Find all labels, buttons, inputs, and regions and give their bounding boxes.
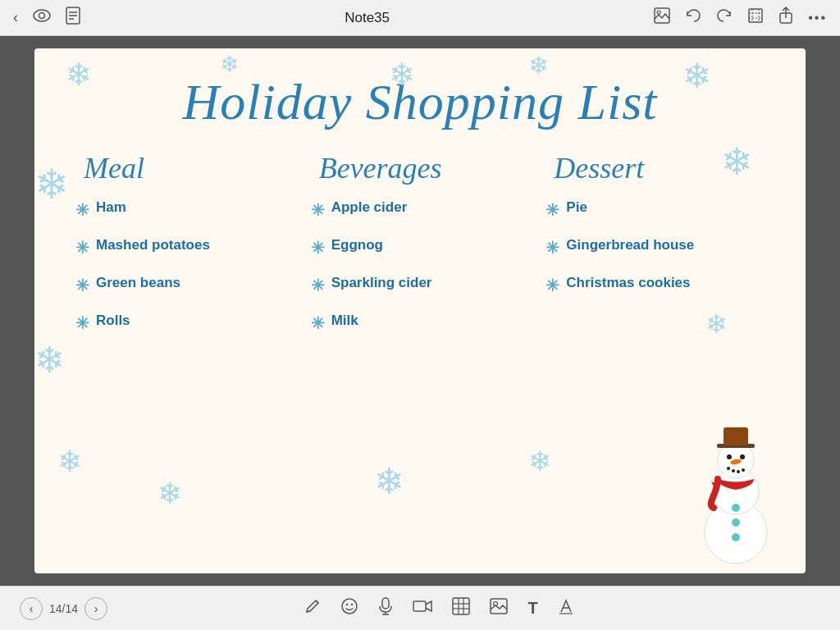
beverages-column: Beverages ✳ Apple cider ✳ Eggnog ✳ Spark…: [303, 151, 538, 349]
image-icon[interactable]: [490, 598, 508, 619]
svg-point-32: [342, 599, 357, 614]
snowflake-decor: ❄: [158, 479, 182, 509]
bullet-icon: ✳: [311, 313, 325, 333]
list-item: ✳ Ham: [75, 199, 294, 220]
list-item: ✳ Rolls: [75, 312, 294, 333]
more-icon[interactable]: •••: [808, 11, 827, 25]
svg-rect-35: [382, 598, 389, 609]
toolbar-title: Note35: [345, 10, 390, 26]
text-icon[interactable]: T: [527, 599, 537, 618]
canvas-area: ❄ ❄ ❄ ❄ ❄ ❄ ❄ ❄ ❄ ❄ ❄ ❄ ❄ Holiday Shoppi…: [0, 36, 840, 586]
beverages-header: Beverages: [319, 151, 530, 185]
microphone-icon[interactable]: [378, 597, 393, 619]
item-label: Sparkling cider: [331, 274, 432, 292]
bottom-tools: T: [304, 597, 573, 619]
toolbar-right: •••: [654, 7, 827, 29]
toolbar-left: ‹: [13, 7, 80, 29]
bullet-icon: ✳: [75, 313, 89, 333]
share-icon[interactable]: [778, 7, 793, 29]
list-item: ✳ Christmas cookies: [546, 274, 765, 295]
undo-icon[interactable]: [685, 8, 701, 27]
svg-point-0: [34, 10, 50, 21]
meal-header: Meal: [84, 151, 294, 185]
bullet-icon: ✳: [546, 276, 559, 295]
svg-point-26: [742, 468, 745, 472]
bullet-icon: ✳: [546, 238, 559, 258]
list-item: ✳ Eggnog: [311, 236, 530, 258]
bullet-icon: ✳: [75, 276, 89, 295]
bullet-icon: ✳: [311, 238, 325, 258]
video-icon[interactable]: [413, 599, 432, 618]
item-label: Milk: [331, 312, 358, 330]
svg-rect-8: [749, 9, 762, 22]
doc-icon[interactable]: [66, 7, 80, 29]
dessert-column: Dessert ✳ Pie ✳ Gingerbread house ✳ Chri…: [537, 151, 773, 349]
item-label: Rolls: [96, 312, 130, 330]
item-label: Gingerbread house: [566, 236, 694, 254]
emoji-icon[interactable]: [340, 597, 358, 619]
list-item: ✳ Milk: [311, 312, 530, 333]
dessert-header: Dessert: [554, 151, 765, 185]
snowflake-decor: ❄: [34, 164, 69, 205]
bullet-icon: ✳: [311, 200, 325, 220]
sign-icon[interactable]: [558, 597, 574, 619]
svg-point-24: [732, 469, 735, 472]
crop-icon[interactable]: [747, 7, 764, 28]
pencil-icon[interactable]: [304, 598, 321, 619]
svg-point-33: [346, 604, 348, 605]
svg-point-23: [727, 467, 730, 470]
svg-point-1: [39, 13, 45, 19]
bottom-toolbar: ‹ 14/14 ›: [0, 586, 840, 630]
list-item: ✳ Gingerbread house: [546, 236, 765, 258]
list-item: ✳ Green beans: [75, 274, 294, 295]
page-navigation: ‹ 14/14 ›: [20, 597, 107, 620]
note-title: Holiday Shopping List: [67, 73, 773, 131]
bullet-icon: ✳: [75, 200, 89, 220]
back-icon[interactable]: ‹: [13, 9, 18, 26]
snowflake-decor: ❄: [57, 447, 82, 477]
svg-rect-38: [413, 601, 426, 611]
item-label: Apple cider: [331, 199, 408, 217]
svg-point-34: [351, 604, 353, 605]
svg-point-28: [732, 518, 740, 527]
columns-container: Meal ✳ Ham ✳ Mashed potatoes ✳ Green bea…: [67, 151, 773, 349]
bullet-icon: ✳: [546, 200, 559, 220]
item-label: Green beans: [96, 274, 180, 292]
snowflake-decor: ❄: [374, 463, 404, 500]
note-page: ❄ ❄ ❄ ❄ ❄ ❄ ❄ ❄ ❄ ❄ ❄ ❄ ❄ Holiday Shoppi…: [34, 48, 806, 573]
top-toolbar: ‹ Note35: [0, 0, 840, 36]
list-item: ✳ Apple cider: [311, 199, 530, 220]
snowflake-decor: ❄: [528, 447, 551, 475]
svg-point-20: [727, 454, 732, 459]
item-label: Christmas cookies: [566, 274, 690, 292]
eye-icon[interactable]: [33, 9, 51, 26]
prev-page-button[interactable]: ‹: [20, 597, 43, 620]
svg-point-25: [737, 470, 740, 473]
svg-line-30: [316, 600, 318, 603]
bullet-icon: ✳: [311, 276, 325, 295]
snowflake-decor: ❄: [34, 342, 65, 378]
list-item: ✳ Sparkling cider: [311, 274, 530, 295]
snowman-illustration: [682, 426, 789, 565]
redo-icon[interactable]: [716, 8, 733, 27]
list-item: ✳ Mashed potatoes: [75, 236, 294, 258]
svg-point-21: [740, 454, 745, 459]
item-label: Mashed potatoes: [96, 236, 210, 254]
next-page-button[interactable]: ›: [84, 597, 107, 620]
item-label: Eggnog: [331, 236, 383, 254]
table-icon[interactable]: [452, 597, 470, 619]
bullet-icon: ✳: [75, 238, 89, 258]
svg-rect-19: [724, 427, 748, 445]
list-item: ✳ Pie: [546, 199, 765, 220]
image-frame-icon[interactable]: [654, 7, 670, 28]
item-label: Ham: [96, 199, 126, 217]
meal-column: Meal ✳ Ham ✳ Mashed potatoes ✳ Green bea…: [67, 151, 303, 349]
svg-point-7: [657, 11, 660, 14]
svg-point-29: [732, 533, 740, 541]
item-label: Pie: [566, 199, 587, 217]
svg-rect-39: [453, 598, 469, 614]
svg-point-27: [732, 504, 740, 512]
page-number: 14/14: [49, 602, 78, 615]
